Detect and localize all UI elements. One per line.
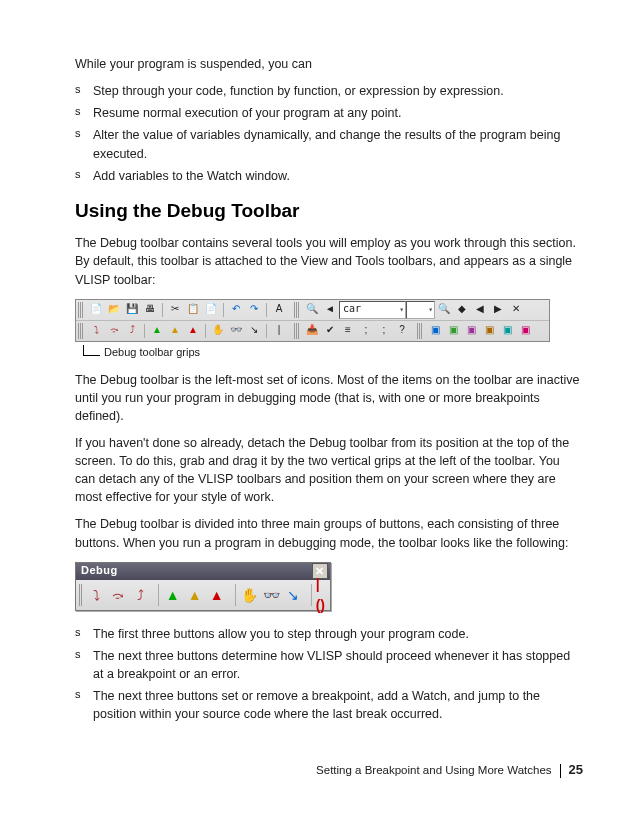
list-item: The next three buttons set or remove a b…: [75, 687, 583, 723]
watch-icon[interactable]: 👓: [228, 323, 244, 339]
vlisp-toolbar: 📄 📂 💾 🖶 ✂ 📋 📄 ↶ ↷ A 🔍 ◄ car 🔍 ◆ ◀ ▶ ✕: [75, 299, 550, 342]
apropos-icon[interactable]: ▣: [499, 323, 515, 339]
debug-title: Debug: [81, 563, 118, 579]
next-bookmark-icon[interactable]: ▶: [490, 302, 506, 318]
cursor-pos-icon[interactable]: |(): [316, 585, 326, 605]
debug-toolbar-window[interactable]: Debug ✕ ⤵ ⤼ ⤴ ▲ ▲ ▲ ✋ 👓 ↘ |(): [75, 562, 331, 611]
breakpoint-icon[interactable]: ✋: [210, 323, 226, 339]
open-icon[interactable]: 📂: [106, 302, 122, 318]
last-break-icon[interactable]: ↘: [283, 585, 303, 605]
separator: [205, 324, 206, 338]
watch-icon[interactable]: 👓: [261, 585, 281, 605]
comment-icon[interactable]: ;: [358, 323, 374, 339]
console-icon[interactable]: ▣: [427, 323, 443, 339]
symbol-icon[interactable]: ▣: [481, 323, 497, 339]
step-out-icon[interactable]: ⤴: [124, 323, 140, 339]
print-icon[interactable]: 🖶: [142, 302, 158, 318]
new-file-icon[interactable]: 📄: [88, 302, 104, 318]
cursor-icon[interactable]: |: [271, 323, 287, 339]
grip-handle[interactable]: [294, 302, 300, 318]
list-item: The first three buttons allow you to ste…: [75, 625, 583, 643]
clear-bookmark-icon[interactable]: ✕: [508, 302, 524, 318]
bookmark-icon[interactable]: ◆: [454, 302, 470, 318]
separator: [162, 303, 163, 317]
toolbar-caption: Debug toolbar grips: [83, 345, 583, 361]
grip-handle[interactable]: [417, 323, 423, 339]
continue-group: ▲ ▲ ▲: [162, 585, 228, 605]
continue-icon[interactable]: ▲: [163, 585, 183, 605]
trace-icon[interactable]: ▣: [463, 323, 479, 339]
paste-icon[interactable]: 📄: [203, 302, 219, 318]
paragraph: The Debug toolbar contains several tools…: [75, 234, 583, 288]
undo-icon[interactable]: ↶: [228, 302, 244, 318]
separator: [266, 324, 267, 338]
grip-handle[interactable]: [294, 323, 300, 339]
search-back-icon[interactable]: ◄: [322, 302, 338, 318]
intro-paragraph: While your program is suspended, you can: [75, 55, 583, 73]
grip-handle[interactable]: [79, 584, 82, 606]
page-footer: Setting a Breakpoint and Using More Watc…: [316, 761, 583, 780]
break-group: ✋ 👓 ↘: [238, 585, 304, 605]
text-icon[interactable]: A: [271, 302, 287, 318]
continue-icon[interactable]: ▲: [149, 323, 165, 339]
find-combo[interactable]: [406, 301, 435, 319]
paragraph: The Debug toolbar is divided into three …: [75, 515, 583, 551]
separator: [311, 584, 312, 606]
paragraph: The Debug toolbar is the left-most set o…: [75, 371, 583, 425]
load-icon[interactable]: 📥: [304, 323, 320, 339]
step-group: ⤵ ⤼ ⤴: [85, 585, 151, 605]
caption-text: Debug toolbar grips: [104, 346, 200, 358]
footer-divider: [560, 764, 561, 778]
combo-value: car: [343, 302, 361, 317]
uncomment-icon[interactable]: ;: [376, 323, 392, 339]
step-into-icon[interactable]: ⤵: [86, 585, 106, 605]
check-icon[interactable]: ✔: [322, 323, 338, 339]
section-heading: Using the Debug Toolbar: [75, 197, 583, 225]
separator: [158, 584, 159, 606]
symbol-combo[interactable]: car: [339, 301, 406, 319]
search-icon[interactable]: 🔍: [304, 302, 320, 318]
step-out-icon[interactable]: ⤴: [130, 585, 150, 605]
copy-icon[interactable]: 📋: [185, 302, 201, 318]
step-over-icon[interactable]: ⤼: [108, 585, 128, 605]
reset-icon[interactable]: ▲: [185, 323, 201, 339]
toolbar-row-top: 📄 📂 💾 🖶 ✂ 📋 📄 ↶ ↷ A 🔍 ◄ car 🔍 ◆ ◀ ▶ ✕: [76, 300, 549, 321]
separator: [223, 303, 224, 317]
separator: [144, 324, 145, 338]
separator: [266, 303, 267, 317]
save-icon[interactable]: 💾: [124, 302, 140, 318]
last-break-icon[interactable]: ↘: [246, 323, 262, 339]
list-item: Step through your code, function by func…: [75, 82, 583, 100]
pointer-line: [83, 345, 100, 356]
debug-titlebar[interactable]: Debug ✕: [76, 563, 330, 580]
project-icon[interactable]: ▣: [517, 323, 533, 339]
list-item: Alter the value of variables dynamically…: [75, 126, 583, 162]
bottom-list: The first three buttons allow you to ste…: [75, 625, 583, 724]
top-list: Step through your code, function by func…: [75, 82, 583, 185]
find-icon[interactable]: 🔍: [436, 302, 452, 318]
quit-icon[interactable]: ▲: [167, 323, 183, 339]
inspect-icon[interactable]: ▣: [445, 323, 461, 339]
cut-icon[interactable]: ✂: [167, 302, 183, 318]
breakpoint-icon[interactable]: ✋: [239, 585, 259, 605]
reset-icon[interactable]: ▲: [207, 585, 227, 605]
page: While your program is suspended, you can…: [0, 0, 638, 822]
grip-handle[interactable]: [78, 302, 84, 318]
prev-bookmark-icon[interactable]: ◀: [472, 302, 488, 318]
step-over-icon[interactable]: ⤼: [106, 323, 122, 339]
redo-icon[interactable]: ↷: [246, 302, 262, 318]
page-number: 25: [569, 761, 583, 780]
debug-buttons-row: ⤵ ⤼ ⤴ ▲ ▲ ▲ ✋ 👓 ↘ |(): [76, 580, 330, 610]
format-icon[interactable]: ≡: [340, 323, 356, 339]
paragraph: If you haven't done so already, detach t…: [75, 434, 583, 507]
list-item: Add variables to the Watch window.: [75, 167, 583, 185]
footer-text: Setting a Breakpoint and Using More Watc…: [316, 762, 551, 779]
step-into-icon[interactable]: ⤵: [88, 323, 104, 339]
help-icon[interactable]: ?: [394, 323, 410, 339]
quit-icon[interactable]: ▲: [185, 585, 205, 605]
list-item: Resume normal execution of your program …: [75, 104, 583, 122]
list-item: The next three buttons determine how VLI…: [75, 647, 583, 683]
grip-handle[interactable]: [78, 323, 84, 339]
separator: [235, 584, 236, 606]
toolbar-row-bottom: ⤵ ⤼ ⤴ ▲ ▲ ▲ ✋ 👓 ↘ | 📥 ✔ ≡ ; ; ? ▣ ▣ ▣ ▣ …: [76, 321, 549, 341]
